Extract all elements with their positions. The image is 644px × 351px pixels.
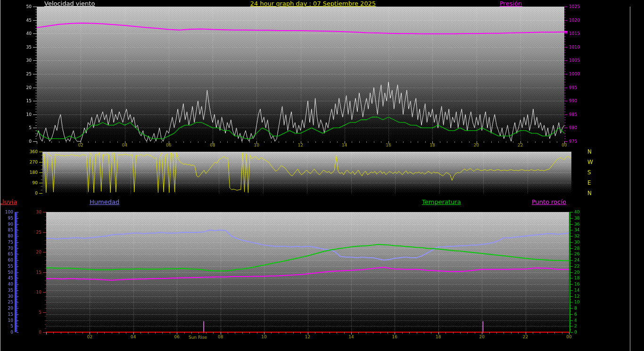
tick-label: 25 <box>26 72 32 76</box>
wind-speed-pressure-chart <box>37 7 564 141</box>
tick-label: 20 <box>26 85 32 90</box>
sun-rise-label: Sun Rise <box>189 335 207 340</box>
tick-label: 90 <box>33 180 38 185</box>
tick-label: 34 <box>574 228 579 232</box>
tick-label: 45 <box>8 276 13 280</box>
tick-label: 20 <box>479 335 484 339</box>
tick-label: 65 <box>8 252 13 256</box>
tick-label: 5 <box>29 125 32 130</box>
tick-label: 50 <box>26 4 32 9</box>
tick-label: 70 <box>8 246 13 251</box>
tick-label: 0 <box>39 330 41 335</box>
tick-label: 55 <box>8 264 13 269</box>
tick-label: 22 <box>574 264 579 269</box>
tick-label: 8 <box>574 306 577 310</box>
tick-label: 100 <box>5 210 13 214</box>
tick-label: 4 <box>574 318 577 323</box>
tick-label: 40 <box>8 282 13 286</box>
tick-label: 6 <box>574 312 577 317</box>
tick-label: 10 <box>254 143 259 147</box>
tick-label: 1025 <box>569 4 580 9</box>
tick-label: 08 <box>218 335 223 339</box>
tick-label: 360 <box>30 149 38 154</box>
tick-label: 90 <box>8 222 13 227</box>
tick-label: 40 <box>574 210 579 214</box>
compass-north-top: N <box>587 149 592 155</box>
tick-label: 45 <box>26 18 32 23</box>
graph-date-title: 24 hour graph day : 07 Septiembre 2025 <box>250 0 376 7</box>
tick-label: 25 <box>36 230 41 235</box>
tick-label: 28 <box>574 246 579 251</box>
tick-label: 18 <box>436 335 441 339</box>
tick-label: 85 <box>8 228 13 232</box>
tick-label: 36 <box>574 222 579 227</box>
tick-label: 06 <box>174 335 180 339</box>
rain-series-label: Lluvia <box>0 198 17 205</box>
tick-label: 2 <box>574 324 577 328</box>
tick-label: 02 <box>87 335 92 339</box>
tick-label: 10 <box>8 318 13 323</box>
tick-label: 08 <box>210 143 215 147</box>
tick-label: 270 <box>30 160 38 164</box>
tick-label: 32 <box>574 234 579 238</box>
compass-west: W <box>587 159 593 165</box>
tick-label: 50 <box>8 270 13 275</box>
tick-label: 14 <box>348 335 354 339</box>
tick-label: 10 <box>36 290 41 294</box>
window-border-left <box>0 0 0 351</box>
tick-label: 1000 <box>569 72 580 76</box>
temperature-series-label: Temperatura <box>422 198 461 205</box>
compass-north-bottom: N <box>587 190 592 196</box>
tick-label: 0 <box>574 330 577 335</box>
tick-label: 60 <box>8 258 13 262</box>
tick-label: 16 <box>574 282 579 286</box>
tick-label: 18 <box>430 143 435 147</box>
tick-label: 22 <box>518 143 523 147</box>
tick-label: 16 <box>392 335 397 339</box>
tick-label: 990 <box>569 98 577 103</box>
tick-label: 35 <box>8 288 13 293</box>
tick-label: 30 <box>26 58 32 63</box>
tick-label: 15 <box>26 98 32 103</box>
tick-label: 00 <box>561 143 567 147</box>
tick-label: 10 <box>26 112 32 117</box>
humidity-series-label: Humedad <box>90 198 119 205</box>
tick-label: 20 <box>36 250 41 254</box>
tick-label: 26 <box>574 252 579 256</box>
tick-label: 24 <box>574 258 579 262</box>
tick-label: 02 <box>78 143 83 147</box>
tick-label: 30 <box>574 240 579 245</box>
tick-label: 80 <box>8 234 13 238</box>
tick-label: 16 <box>386 143 391 147</box>
tick-label: 5 <box>10 324 13 328</box>
tick-label: 1020 <box>569 18 580 23</box>
humidity-temperature-chart <box>46 212 569 332</box>
tick-label: 30 <box>8 294 13 299</box>
tick-label: 995 <box>569 85 577 90</box>
weather-graph-screen: Velocidad viento 24 hour graph day : 07 … <box>0 0 644 351</box>
tick-label: 0 <box>10 330 13 335</box>
tick-label: 985 <box>569 112 577 117</box>
tick-label: 14 <box>574 288 579 293</box>
tick-label: 95 <box>8 216 13 220</box>
tick-label: 40 <box>26 31 32 36</box>
tick-label: 06 <box>166 143 171 147</box>
tick-label: 15 <box>36 270 41 275</box>
tick-label: 10 <box>261 335 266 339</box>
compass-south: S <box>587 170 591 175</box>
tick-label: 75 <box>8 240 13 245</box>
tick-label: 20 <box>8 306 13 310</box>
tick-label: 980 <box>569 125 577 130</box>
tick-label: 1005 <box>569 58 580 63</box>
tick-label: 35 <box>26 45 32 49</box>
tick-label: 38 <box>574 216 579 220</box>
window-border-right <box>630 7 630 351</box>
tick-label: 00 <box>566 335 571 339</box>
tick-label: 0 <box>35 191 38 196</box>
tick-label: 5 <box>39 310 41 315</box>
tick-label: 12 <box>298 143 303 147</box>
tick-label: 975 <box>569 139 577 144</box>
tick-label: 1010 <box>569 45 580 49</box>
tick-label: 180 <box>30 170 38 175</box>
tick-label: 20 <box>474 143 479 147</box>
